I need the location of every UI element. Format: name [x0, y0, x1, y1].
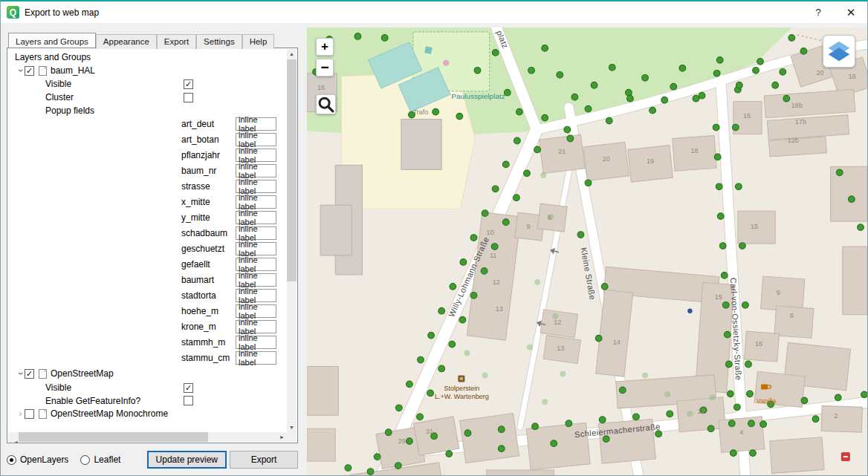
- popup-field-row: schadbauminline label: [8, 226, 286, 241]
- layer-checkbox[interactable]: [25, 409, 34, 419]
- tree-marker-faded: [687, 411, 693, 417]
- vertical-scroll-thumb[interactable]: [287, 59, 297, 281]
- house-number: 12: [697, 408, 705, 415]
- export-button[interactable]: Export: [230, 451, 298, 469]
- tree-marker: [418, 356, 424, 363]
- layer-checkbox[interactable]: [25, 66, 34, 76]
- house-number: 15: [751, 223, 758, 230]
- popup-field-combo[interactable]: inline label: [236, 242, 276, 255]
- tree-marker: [460, 259, 467, 266]
- tree-marker: [861, 391, 867, 398]
- vertical-scrollbar[interactable]: ▲ ▼: [287, 49, 297, 432]
- getfeatureinfo-checkbox[interactable]: [184, 396, 193, 405]
- tree-root-row: Layers and Groups: [8, 50, 286, 64]
- popup-field-combo[interactable]: inline label: [236, 117, 276, 131]
- tree-marker: [502, 219, 509, 226]
- popup-field-combo[interactable]: inline label: [236, 320, 276, 333]
- tree-marker: [812, 416, 819, 423]
- tree-marker: [417, 414, 424, 420]
- layer-row-openstreetmap[interactable]: › OpenStreetMap: [8, 366, 286, 381]
- popup-field-combo[interactable]: inline label: [236, 180, 276, 193]
- tree-marker: [567, 135, 574, 142]
- scroll-up-arrow-icon[interactable]: ▲: [287, 49, 297, 59]
- visible-checkbox[interactable]: [184, 383, 193, 393]
- tree-marker: [395, 405, 402, 411]
- tree-marker: [524, 170, 531, 177]
- tree-marker-faded: [482, 372, 488, 378]
- tree-marker: [498, 426, 505, 433]
- title-bar: Q Export to web map ? ✕: [1, 1, 867, 23]
- cluster-checkbox[interactable]: [184, 93, 193, 102]
- tree-marker: [728, 420, 735, 427]
- tree-marker: [595, 335, 602, 342]
- layers-control-button[interactable]: [823, 35, 855, 68]
- tree-marker: [459, 316, 466, 323]
- tree-marker: [407, 381, 413, 388]
- popup-field-combo[interactable]: inline label: [236, 164, 276, 177]
- popup-field-row: baum_nrinline label: [8, 163, 286, 179]
- zoom-out-button[interactable]: −: [316, 59, 334, 76]
- popup-field-combo[interactable]: inline label: [236, 336, 276, 349]
- map-preview-pane[interactable]: 162120191820161518b17b12b101112139812131…: [307, 27, 867, 475]
- update-preview-button[interactable]: Update preview: [147, 451, 227, 469]
- popup-field-combo[interactable]: inline label: [236, 211, 276, 224]
- scroll-right-arrow-icon[interactable]: ►: [277, 432, 287, 442]
- radio-leaflet[interactable]: Leaflet: [80, 454, 120, 465]
- help-button[interactable]: ?: [802, 1, 835, 23]
- tree-marker: [470, 235, 477, 241]
- popup-field-combo[interactable]: inline label: [236, 133, 276, 146]
- tree-marker: [670, 83, 677, 90]
- popup-field-name: gefaellt: [181, 259, 210, 270]
- layer-checkbox[interactable]: [25, 369, 34, 379]
- poi-label: Vanilla: [757, 397, 776, 405]
- layer-row-openstreetmap-monochrome[interactable]: › OpenStreetMap Monochrome: [8, 407, 286, 420]
- popup-field-name: baum_nr: [181, 166, 216, 176]
- layer-row-baum-hal[interactable]: › baum_HAL: [8, 64, 286, 77]
- house-number: 15: [715, 293, 722, 301]
- tree-marker: [719, 243, 726, 250]
- tree-marker-faded: [464, 351, 470, 356]
- popup-field-combo[interactable]: inline label: [236, 273, 276, 287]
- popup-field-combo[interactable]: inline label: [236, 289, 276, 302]
- popup-field-combo[interactable]: inline label: [236, 351, 276, 365]
- tree-marker: [542, 114, 548, 121]
- house-number: 9: [777, 289, 780, 296]
- collapse-chevron-icon[interactable]: ›: [16, 67, 26, 75]
- tree-marker: [492, 186, 499, 192]
- horizontal-scroll-thumb[interactable]: [19, 432, 208, 442]
- tree-marker: [551, 440, 557, 447]
- tab-help[interactable]: Help: [242, 34, 275, 49]
- horizontal-scrollbar[interactable]: ◄ ►: [8, 432, 287, 442]
- close-button[interactable]: ✕: [835, 1, 867, 23]
- popup-field-row: hoehe_minline label: [8, 304, 286, 319]
- radio-openlayers[interactable]: OpenLayers: [7, 454, 68, 465]
- map-preview-svg[interactable]: 162120191820161518b17b12b101112139812131…: [307, 27, 867, 475]
- visible-checkbox[interactable]: [184, 79, 193, 89]
- poi-label: L.+W. Wartenberg: [435, 393, 489, 400]
- tree-marker: [528, 68, 535, 74]
- tab-appearance[interactable]: Appearance: [96, 34, 157, 49]
- popup-field-combo[interactable]: inline label: [236, 304, 276, 318]
- tree-marker: [750, 450, 757, 457]
- tab-settings[interactable]: Settings: [196, 34, 242, 49]
- scroll-left-arrow-icon[interactable]: ◄: [8, 432, 18, 443]
- popup-field-combo[interactable]: inline label: [236, 258, 276, 271]
- radio-dot-icon[interactable]: [80, 455, 90, 465]
- tab-export[interactable]: Export: [157, 34, 196, 49]
- expand-chevron-icon[interactable]: ›: [16, 408, 25, 419]
- radio-dot-icon[interactable]: [7, 455, 16, 465]
- popup-field-combo[interactable]: inline label: [236, 226, 276, 240]
- zoom-in-button[interactable]: +: [316, 38, 334, 56]
- tree-marker-faded: [710, 394, 716, 400]
- scroll-down-arrow-icon[interactable]: ▼: [287, 423, 297, 432]
- collapse-chevron-icon[interactable]: ›: [16, 370, 26, 378]
- tab-bar: Layers and GroupsAppearanceExportSetting…: [7, 33, 302, 48]
- tab-layers-and-groups[interactable]: Layers and Groups: [8, 33, 96, 48]
- popup-field-combo[interactable]: inline label: [236, 195, 276, 209]
- search-button[interactable]: [316, 94, 336, 114]
- tree-marker: [724, 331, 731, 338]
- popup-field-combo[interactable]: inline label: [236, 149, 276, 162]
- tree-marker: [407, 438, 413, 445]
- tree-marker: [722, 301, 729, 308]
- popup-field-row: art_botaninline label: [8, 132, 286, 148]
